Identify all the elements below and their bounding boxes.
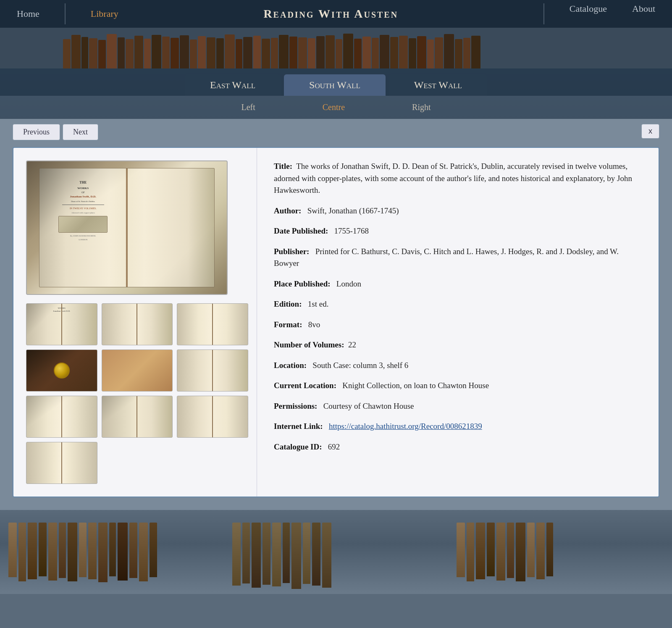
main-book-image[interactable]: THE WORKS OF Jonathan Swift, D.D. Dean o… (26, 160, 228, 295)
book-spine-20 (236, 39, 242, 68)
bottom-book-7 (68, 523, 77, 581)
book-spine-46 (471, 36, 480, 68)
nav-catalogue[interactable]: Catalogue (570, 3, 607, 24)
thumb-3-inner (177, 304, 248, 345)
bottom-shelf-center (224, 523, 448, 594)
book-place-field: Place Published: London (274, 278, 642, 290)
thumb-4-emblem (54, 363, 70, 378)
book-spine-22 (253, 36, 261, 68)
nav-home[interactable]: Home (17, 8, 39, 19)
bottom-center-book-10 (322, 523, 331, 588)
book-spine-15 (190, 39, 197, 68)
thumbnail-3[interactable] (177, 303, 248, 345)
book-spine-17 (207, 37, 215, 68)
book-spine-28 (308, 38, 315, 68)
thumb-8-spine (136, 396, 137, 437)
book-spine-4 (89, 38, 97, 68)
site-title: Reading With Austen (118, 7, 543, 21)
book-date-value: 1755-1768 (334, 226, 369, 235)
thumb-9-inner (177, 396, 248, 437)
bottom-book-1 (8, 523, 17, 577)
book-publisher-label: Publisher: (274, 247, 309, 256)
bottom-book-6 (59, 523, 66, 578)
book-spine-5 (98, 40, 106, 68)
bottom-right-book-1 (457, 523, 465, 577)
section-tab-right[interactable]: Right (378, 99, 464, 116)
thumb-1-inner: WORKSJonathan Swift D.D. (26, 304, 97, 345)
thumbnail-5[interactable] (102, 349, 173, 392)
bottom-book-11 (109, 523, 116, 576)
section-tab-left[interactable]: Left (207, 99, 289, 116)
book-spine-7 (118, 37, 125, 68)
book-spine-33 (354, 39, 362, 68)
wall-tab-south[interactable]: South Wall (284, 74, 386, 96)
thumb-10-spine (61, 442, 62, 483)
bottom-center-book-6 (283, 523, 290, 583)
info-section: Title: The works of Jonathan Swift, D. D… (257, 148, 659, 497)
book-author-value: Swift, Jonathan (1667-1745) (307, 206, 399, 215)
thumbnail-4[interactable] (26, 349, 97, 392)
book-location-value: South Case: column 3, shelf 6 (312, 361, 408, 370)
thumbnail-6[interactable] (177, 349, 248, 392)
section-tab-centre[interactable]: Centre (289, 99, 378, 116)
bottom-right-book-7 (516, 523, 525, 581)
image-section: THE WORKS OF Jonathan Swift, D.D. Dean o… (13, 148, 257, 497)
thumb-3-spine (212, 304, 213, 345)
thumbnail-10[interactable] (26, 442, 97, 484)
book-spine-34 (362, 37, 371, 68)
thumb-2-inner (102, 304, 173, 345)
book-spine-8 (126, 39, 134, 68)
bottom-right-book-9 (536, 523, 545, 579)
book-spine-32 (343, 34, 353, 68)
thumbnail-2[interactable] (102, 303, 173, 345)
previous-button[interactable]: Previous (13, 124, 60, 140)
book-spine-3 (81, 37, 88, 68)
close-button[interactable]: x (641, 124, 659, 139)
thumb-6-inner (177, 350, 248, 391)
nav-about[interactable]: About (632, 3, 655, 24)
book-spine-1 (63, 39, 71, 68)
book-spine-41 (427, 39, 434, 68)
nav-left: Home Library (17, 3, 118, 24)
book-publisher-value: Printed for C. Bathurst, C. Davis, C. Hi… (274, 247, 619, 268)
bottom-right-book-10 (546, 523, 553, 576)
book-place-label: Place Published: (274, 279, 331, 288)
next-button[interactable]: Next (63, 124, 98, 140)
bottom-center-book-9 (312, 523, 320, 586)
book-author-label: Author: (274, 206, 301, 215)
book-format-value: 8vo (308, 320, 320, 329)
book-spine-31 (336, 39, 342, 68)
thumbnail-9[interactable] (177, 396, 248, 438)
bottom-book-2 (18, 523, 26, 581)
nav-right: Catalogue About (543, 3, 655, 24)
book-volumes-field: Number of Volumes: 22 (274, 339, 642, 351)
book-internet-link-url[interactable]: https://catalog.hathitrust.org/Record/00… (329, 422, 482, 431)
book-spine-9 (134, 36, 143, 68)
book-spine-43 (444, 34, 454, 68)
book-spine-38 (399, 36, 408, 68)
book-spine-23 (262, 39, 270, 68)
nav-library[interactable]: Library (91, 8, 118, 19)
thumb-7-inner (26, 396, 97, 437)
book-title-label: Title: (274, 162, 292, 171)
thumbnail-8[interactable] (102, 396, 173, 438)
book-current-location-label: Current Location: (274, 381, 336, 390)
book-title-value: The works of Jonathan Swift, D. D. Dean … (274, 162, 632, 194)
thumbnail-1[interactable]: WORKSJonathan Swift D.D. (26, 303, 97, 345)
book-location-field: Location: South Case: column 3, shelf 6 (274, 360, 642, 372)
bottom-bookshelf (0, 510, 672, 594)
book-spine-35 (372, 38, 379, 68)
wall-tab-east[interactable]: East Wall (185, 74, 281, 96)
book-publisher-field: Publisher: Printed for C. Bathurst, C. D… (274, 246, 642, 270)
thumbnail-7[interactable] (26, 396, 97, 438)
book-place-value: London (336, 279, 361, 288)
book-permissions-label: Permissions: (274, 402, 317, 410)
book-spine-11 (152, 35, 161, 68)
bottom-book-4 (39, 523, 47, 576)
bottom-book-14 (139, 523, 148, 581)
book-edition-field: Edition: 1st ed. (274, 298, 642, 310)
book-permissions-value: Courtesy of Chawton House (323, 402, 414, 410)
wall-tab-west[interactable]: West Wall (389, 74, 487, 96)
bottom-book-9 (88, 523, 97, 579)
book-spine-40 (417, 36, 426, 68)
